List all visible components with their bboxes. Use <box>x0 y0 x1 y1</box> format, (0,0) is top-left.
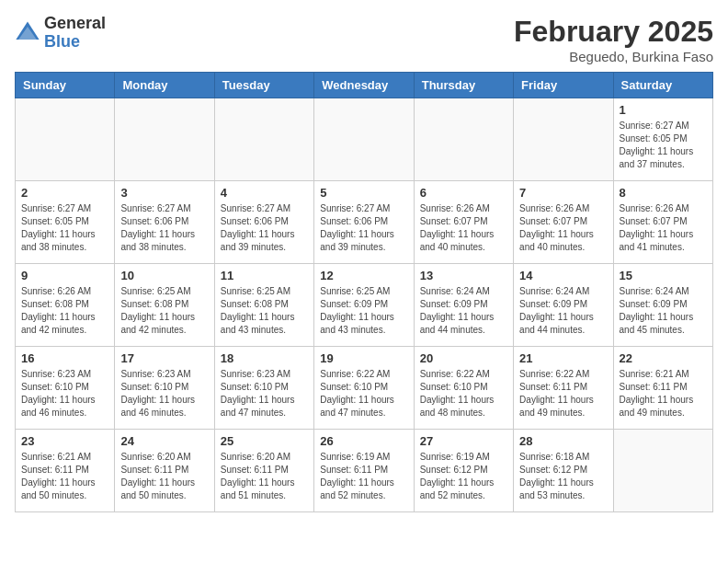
day-number: 28 <box>519 434 607 448</box>
calendar-cell: 28Sunrise: 6:18 AM Sunset: 6:12 PM Dayli… <box>514 430 613 512</box>
calendar-cell: 14Sunrise: 6:24 AM Sunset: 6:09 PM Dayli… <box>514 264 613 347</box>
day-info: Sunrise: 6:22 AM Sunset: 6:10 PM Dayligh… <box>320 368 407 419</box>
day-number: 26 <box>320 434 407 448</box>
day-number: 10 <box>120 269 208 282</box>
day-info: Sunrise: 6:20 AM Sunset: 6:11 PM Dayligh… <box>221 451 308 502</box>
day-number: 11 <box>221 269 308 282</box>
calendar-cell: 18Sunrise: 6:23 AM Sunset: 6:10 PM Dayli… <box>214 347 313 430</box>
logo: General Blue <box>15 15 106 52</box>
calendar-cell <box>16 98 115 181</box>
calendar-cell: 11Sunrise: 6:25 AM Sunset: 6:08 PM Dayli… <box>214 264 313 347</box>
calendar-title: February 2025 <box>514 15 713 49</box>
calendar-cell: 1Sunrise: 6:27 AM Sunset: 6:05 PM Daylig… <box>613 98 712 181</box>
day-info: Sunrise: 6:22 AM Sunset: 6:10 PM Dayligh… <box>420 368 507 419</box>
calendar-cell <box>314 98 414 181</box>
day-info: Sunrise: 6:27 AM Sunset: 6:06 PM Dayligh… <box>120 202 208 254</box>
calendar-cell: 17Sunrise: 6:23 AM Sunset: 6:10 PM Dayli… <box>115 347 214 430</box>
day-info: Sunrise: 6:22 AM Sunset: 6:11 PM Dayligh… <box>519 368 607 419</box>
day-number: 13 <box>420 269 507 282</box>
logo-icon <box>15 20 40 46</box>
logo-blue: Blue <box>44 32 80 51</box>
day-number: 6 <box>420 186 507 200</box>
day-info: Sunrise: 6:21 AM Sunset: 6:11 PM Dayligh… <box>21 451 108 502</box>
day-number: 18 <box>221 351 308 365</box>
weekday-sunday: Sunday <box>16 73 115 98</box>
calendar-cell: 19Sunrise: 6:22 AM Sunset: 6:10 PM Dayli… <box>314 347 414 430</box>
day-number: 21 <box>519 351 607 365</box>
week-row-2: 2Sunrise: 6:27 AM Sunset: 6:05 PM Daylig… <box>16 181 713 264</box>
day-info: Sunrise: 6:19 AM Sunset: 6:11 PM Dayligh… <box>320 451 407 502</box>
logo-text: General Blue <box>44 15 106 52</box>
calendar-cell: 12Sunrise: 6:25 AM Sunset: 6:09 PM Dayli… <box>314 264 414 347</box>
day-info: Sunrise: 6:27 AM Sunset: 6:05 PM Dayligh… <box>21 202 108 254</box>
calendar-cell: 4Sunrise: 6:27 AM Sunset: 6:06 PM Daylig… <box>214 181 313 264</box>
calendar-table: SundayMondayTuesdayWednesdayThursdayFrid… <box>15 72 713 512</box>
calendar-cell <box>115 98 214 181</box>
calendar-cell: 25Sunrise: 6:20 AM Sunset: 6:11 PM Dayli… <box>214 430 313 512</box>
day-number: 5 <box>320 186 407 200</box>
calendar-cell: 22Sunrise: 6:21 AM Sunset: 6:11 PM Dayli… <box>613 347 712 430</box>
day-number: 9 <box>21 269 108 282</box>
day-info: Sunrise: 6:24 AM Sunset: 6:09 PM Dayligh… <box>420 285 507 337</box>
calendar-cell: 5Sunrise: 6:27 AM Sunset: 6:06 PM Daylig… <box>314 181 414 264</box>
calendar-cell: 13Sunrise: 6:24 AM Sunset: 6:09 PM Dayli… <box>414 264 513 347</box>
title-block: February 2025 Beguedo, Burkina Faso <box>514 15 713 64</box>
calendar-cell: 3Sunrise: 6:27 AM Sunset: 6:06 PM Daylig… <box>115 181 214 264</box>
day-info: Sunrise: 6:26 AM Sunset: 6:07 PM Dayligh… <box>620 202 707 254</box>
day-info: Sunrise: 6:23 AM Sunset: 6:10 PM Dayligh… <box>21 368 108 419</box>
calendar-cell: 20Sunrise: 6:22 AM Sunset: 6:10 PM Dayli… <box>414 347 513 430</box>
calendar-cell: 26Sunrise: 6:19 AM Sunset: 6:11 PM Dayli… <box>314 430 414 512</box>
weekday-saturday: Saturday <box>613 73 712 98</box>
logo-general: General <box>44 14 106 32</box>
calendar-cell: 27Sunrise: 6:19 AM Sunset: 6:12 PM Dayli… <box>414 430 513 512</box>
day-number: 3 <box>120 186 208 200</box>
day-number: 19 <box>320 351 407 365</box>
day-number: 7 <box>519 186 607 200</box>
calendar-cell: 9Sunrise: 6:26 AM Sunset: 6:08 PM Daylig… <box>16 264 115 347</box>
day-info: Sunrise: 6:26 AM Sunset: 6:08 PM Dayligh… <box>21 285 108 337</box>
calendar-cell <box>613 430 712 512</box>
day-info: Sunrise: 6:18 AM Sunset: 6:12 PM Dayligh… <box>519 451 607 502</box>
day-number: 17 <box>120 351 208 365</box>
day-number: 8 <box>620 186 707 200</box>
week-row-5: 23Sunrise: 6:21 AM Sunset: 6:11 PM Dayli… <box>16 430 713 512</box>
day-info: Sunrise: 6:19 AM Sunset: 6:12 PM Dayligh… <box>420 451 507 502</box>
calendar-cell: 6Sunrise: 6:26 AM Sunset: 6:07 PM Daylig… <box>414 181 513 264</box>
day-info: Sunrise: 6:27 AM Sunset: 6:05 PM Dayligh… <box>620 120 707 171</box>
calendar-cell <box>514 98 613 181</box>
day-info: Sunrise: 6:25 AM Sunset: 6:09 PM Dayligh… <box>320 285 407 337</box>
page-header: General Blue February 2025 Beguedo, Burk… <box>15 15 713 64</box>
day-number: 27 <box>420 434 507 448</box>
day-info: Sunrise: 6:25 AM Sunset: 6:08 PM Dayligh… <box>221 285 308 337</box>
week-row-1: 1Sunrise: 6:27 AM Sunset: 6:05 PM Daylig… <box>16 98 713 181</box>
day-number: 23 <box>21 434 108 448</box>
day-number: 2 <box>21 186 108 200</box>
calendar-cell: 24Sunrise: 6:20 AM Sunset: 6:11 PM Dayli… <box>115 430 214 512</box>
day-number: 25 <box>221 434 308 448</box>
calendar-cell: 15Sunrise: 6:24 AM Sunset: 6:09 PM Dayli… <box>613 264 712 347</box>
day-number: 16 <box>21 351 108 365</box>
weekday-monday: Monday <box>115 73 214 98</box>
calendar-cell: 8Sunrise: 6:26 AM Sunset: 6:07 PM Daylig… <box>613 181 712 264</box>
day-number: 14 <box>519 269 607 282</box>
day-info: Sunrise: 6:27 AM Sunset: 6:06 PM Dayligh… <box>221 202 308 254</box>
day-info: Sunrise: 6:21 AM Sunset: 6:11 PM Dayligh… <box>620 368 707 419</box>
day-info: Sunrise: 6:26 AM Sunset: 6:07 PM Dayligh… <box>519 202 607 254</box>
week-row-3: 9Sunrise: 6:26 AM Sunset: 6:08 PM Daylig… <box>16 264 713 347</box>
weekday-thursday: Thursday <box>414 73 513 98</box>
day-number: 15 <box>620 269 707 282</box>
day-number: 24 <box>120 434 208 448</box>
calendar-cell <box>214 98 313 181</box>
day-info: Sunrise: 6:25 AM Sunset: 6:08 PM Dayligh… <box>120 285 208 337</box>
calendar-cell: 21Sunrise: 6:22 AM Sunset: 6:11 PM Dayli… <box>514 347 613 430</box>
calendar-cell: 23Sunrise: 6:21 AM Sunset: 6:11 PM Dayli… <box>16 430 115 512</box>
day-info: Sunrise: 6:20 AM Sunset: 6:11 PM Dayligh… <box>120 451 208 502</box>
calendar-cell: 7Sunrise: 6:26 AM Sunset: 6:07 PM Daylig… <box>514 181 613 264</box>
calendar-subtitle: Beguedo, Burkina Faso <box>514 49 713 64</box>
day-info: Sunrise: 6:26 AM Sunset: 6:07 PM Dayligh… <box>420 202 507 254</box>
weekday-friday: Friday <box>514 73 613 98</box>
day-info: Sunrise: 6:24 AM Sunset: 6:09 PM Dayligh… <box>620 285 707 337</box>
weekday-wednesday: Wednesday <box>314 73 414 98</box>
day-info: Sunrise: 6:27 AM Sunset: 6:06 PM Dayligh… <box>320 202 407 254</box>
day-info: Sunrise: 6:23 AM Sunset: 6:10 PM Dayligh… <box>221 368 308 419</box>
